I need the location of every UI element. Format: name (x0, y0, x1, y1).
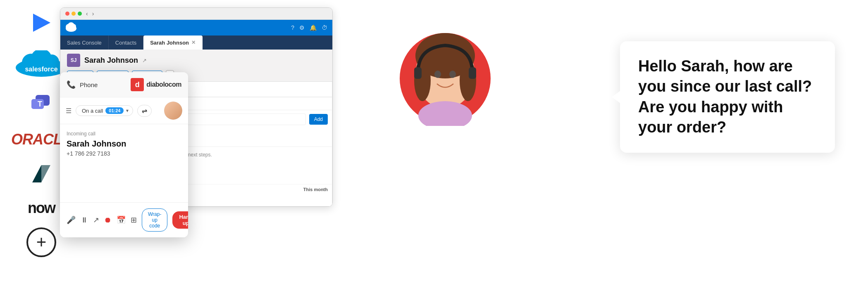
svg-point-16 (460, 60, 476, 101)
salesforce-text: salesforce (25, 66, 57, 73)
tab-sarah-johnson[interactable]: Sarah Johnson ✕ (143, 35, 203, 50)
browser-nav: ‹ › (86, 10, 94, 17)
sf-top-nav: ? ⚙ 🔔 ⏱ (60, 20, 332, 35)
this-month-label: This month (303, 187, 328, 192)
contact-avatar: SJ (67, 54, 80, 67)
on-a-call-status: On a call (82, 108, 103, 114)
phone-widget: 📞 Phone d diabolocom ☰ On a call 01:24 ▾… (60, 72, 188, 237)
servicenow-icon[interactable]: now (17, 198, 66, 218)
speech-bubble-text: Hello Sarah, how are you since our last … (638, 57, 812, 136)
call-status-bar: ☰ On a call 01:24 ▾ ⇌ (60, 97, 188, 124)
svg-point-11 (71, 24, 76, 29)
calendar-icon[interactable]: 📅 (117, 215, 126, 225)
mute-icon[interactable]: 🎤 (67, 215, 76, 225)
person-photo-svg (398, 31, 493, 126)
browser-dots (65, 12, 82, 16)
help-icon[interactable]: ? (291, 24, 294, 31)
sf-nav-icons: ? ⚙ 🔔 ⏱ (291, 24, 327, 31)
diabolocom-d-icon: d (131, 78, 144, 91)
contact-name: Sarah Johnson (84, 56, 138, 65)
diabolocom-text: diabolocom (146, 81, 181, 88)
grid-icon[interactable]: ⊞ (131, 215, 137, 225)
hangup-button[interactable]: Hang up (172, 211, 188, 229)
speech-bubble: Hello Sarah, how are you since our last … (620, 41, 835, 153)
plus-icon[interactable]: + (25, 230, 58, 255)
svg-point-15 (414, 60, 431, 101)
call-controls: 🎤 ⏸ ↗ ⏺ 📅 ⊞ Wrap-up code Hang up (60, 202, 188, 237)
settings-icon[interactable]: ⚙ (299, 24, 305, 31)
transfer-icon[interactable]: ↗ (93, 215, 99, 225)
close-dot[interactable] (65, 12, 69, 16)
minimize-dot[interactable] (72, 12, 76, 16)
sf-cloud-icon (65, 22, 77, 33)
record-icon[interactable]: ⏺ (104, 216, 112, 225)
incoming-section: Incoming call Sarah Johnson +1 786 292 7… (60, 124, 188, 160)
svg-marker-0 (33, 14, 50, 32)
caller-photo (164, 102, 182, 120)
timer-icon[interactable]: ⏱ (322, 24, 327, 31)
pause-icon[interactable]: ⏸ (81, 216, 88, 225)
svg-text:T: T (38, 100, 42, 108)
wrapup-button[interactable]: Wrap-up code (142, 208, 167, 232)
caller-phone: +1 786 292 7183 (67, 150, 181, 157)
svg-point-18 (434, 71, 441, 78)
dropdown-arrow-icon: ▾ (126, 108, 129, 114)
contact-edit-icon[interactable]: ↗ (142, 57, 147, 64)
incoming-label: Incoming call (67, 131, 181, 137)
caller-name: Sarah Johnson (67, 139, 181, 149)
phone-header: 📞 Phone d diabolocom (60, 72, 188, 97)
diabolocom-logo: d diabolocom (131, 78, 181, 91)
add-button[interactable]: Add (309, 114, 328, 125)
tab-contacts[interactable]: Contacts (109, 35, 143, 50)
plus-circle[interactable]: + (26, 227, 56, 257)
tab-sales-console[interactable]: Sales Console (60, 35, 109, 50)
svg-rect-21 (469, 67, 476, 79)
timer-badge: 01:24 (105, 107, 124, 114)
tab-close-icon[interactable]: ✕ (191, 40, 196, 45)
maximize-dot[interactable] (78, 12, 82, 16)
zendesk-icon[interactable] (25, 161, 58, 186)
arrow-icon[interactable] (25, 8, 58, 37)
svg-rect-20 (414, 67, 422, 79)
tab-bar: Sales Console Contacts Sarah Johnson ✕ (60, 35, 332, 50)
browser-bar: ‹ › (60, 8, 332, 20)
phone-label: Phone (80, 81, 98, 88)
hamburger-icon[interactable]: ☰ (66, 107, 72, 115)
notification-icon[interactable]: 🔔 (310, 24, 317, 31)
phone-handset-icon: 📞 (67, 80, 76, 89)
servicenow-text: now (28, 199, 55, 217)
transfer-button[interactable]: ⇌ (137, 105, 152, 117)
teams-icon[interactable]: T (25, 89, 58, 118)
forward-icon[interactable]: › (92, 10, 94, 17)
caller-avatar (164, 102, 182, 120)
person-photo-container (398, 31, 493, 126)
record-name-row: SJ Sarah Johnson ↗ (67, 54, 326, 67)
status-dropdown[interactable]: On a call 01:24 ▾ (76, 105, 133, 116)
svg-point-19 (449, 71, 456, 78)
back-icon[interactable]: ‹ (86, 10, 88, 17)
